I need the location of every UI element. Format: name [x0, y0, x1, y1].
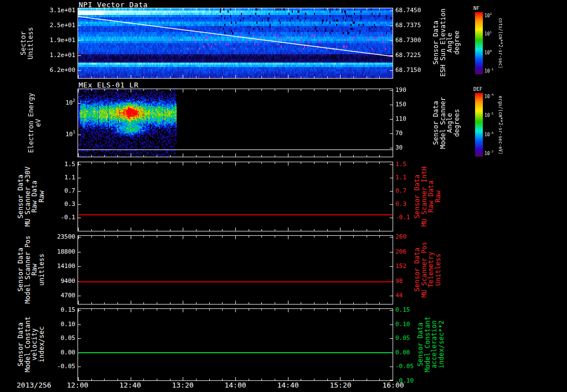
right-tick-label-els: 110 — [395, 116, 406, 122]
x-tick — [104, 302, 105, 304]
y-tick — [390, 178, 393, 178]
x-tick — [104, 309, 105, 311]
x-tick — [78, 236, 79, 239]
colorbar-tick-els: 10-4 — [484, 94, 493, 99]
right-tick-label-model-constant: 0.10 — [395, 321, 410, 328]
x-tick — [183, 377, 183, 380]
left-tick-label-npi: 3.1e+01 — [31, 7, 75, 14]
x-tick — [222, 229, 223, 231]
right-tick-label-els: 150 — [395, 101, 406, 108]
x-tick — [209, 76, 210, 78]
x-tick — [143, 76, 144, 78]
y-tick — [78, 178, 81, 178]
x-tick — [367, 309, 367, 311]
colorbar-unit-npi: cnts/(cm**2-sr-sec) — [497, 18, 504, 69]
x-tick — [170, 155, 171, 157]
x-tick — [209, 379, 210, 380]
x-tick — [379, 162, 380, 164]
x-tick — [301, 155, 301, 157]
axis-label-left-scanner-pos: Sensor DataModel Scanner PosRawunitless — [17, 236, 45, 304]
x-tick — [183, 236, 183, 239]
y-tick — [78, 204, 81, 205]
axis-label-left-npi: SectorUnitless — [20, 27, 34, 59]
y-tick — [390, 296, 393, 296]
x-tick — [261, 309, 262, 311]
y-tick — [78, 103, 81, 104]
x-tick — [301, 8, 301, 10]
right-tick-label-npi: 68.7375 — [395, 22, 421, 29]
x-tick — [379, 76, 380, 78]
x-tick — [117, 89, 118, 91]
x-tick — [183, 89, 183, 92]
right-tick-label-model-constant: 0.00 — [395, 349, 410, 356]
right-tick-label-model-constant: 0.15 — [395, 307, 410, 313]
x-tick — [353, 302, 354, 304]
x-tick — [91, 229, 92, 231]
x-axis-label: 12:40 — [119, 381, 141, 389]
x-tick — [367, 229, 367, 231]
x-tick — [117, 309, 118, 311]
x-tick — [353, 76, 354, 78]
x-tick — [170, 236, 171, 238]
colorbar-tick-npi: 101 — [484, 32, 492, 37]
x-tick — [196, 89, 197, 91]
data-line-scanner-pos — [79, 281, 392, 282]
axis-label-left-mu-30v-line: Sensor Data — [17, 174, 24, 218]
x-tick — [196, 8, 197, 10]
axis-label-left-scanner-pos-line: Raw — [31, 264, 38, 276]
x-tick — [131, 309, 131, 312]
x-tick — [275, 155, 275, 157]
axis-label-right-model-constant-line: index/sec**2 — [438, 321, 445, 369]
x-tick — [393, 236, 393, 239]
x-tick — [249, 155, 249, 157]
y-tick — [390, 133, 393, 134]
x-tick — [275, 8, 275, 10]
x-tick — [367, 162, 367, 164]
x-tick — [340, 228, 341, 231]
x-tick — [314, 89, 315, 91]
x-tick — [288, 301, 288, 304]
axis-label-left-els-line: eV — [34, 119, 42, 127]
x-tick — [91, 89, 92, 91]
x-tick — [379, 155, 380, 157]
x-tick — [327, 162, 328, 164]
right-tick-label-model-constant: -0.05 — [395, 363, 414, 370]
x-tick — [249, 236, 249, 238]
colorbar-unit-text-els: ergs/(cm**2-sr-sec-eV) — [497, 96, 504, 154]
x-tick — [222, 8, 223, 10]
x-tick — [340, 162, 341, 166]
y-tick — [78, 11, 81, 11]
x-tick — [104, 379, 105, 380]
x-tick — [143, 162, 144, 164]
y-tick — [390, 55, 393, 56]
x-tick — [143, 155, 144, 157]
x-axis-label: 14:00 — [224, 381, 246, 389]
x-tick — [104, 155, 105, 157]
axis-label-right-model-constant: Sensor DataModel Constantaccelerationind… — [417, 316, 445, 372]
panel-mu-30v — [78, 162, 393, 231]
x-tick — [261, 155, 262, 157]
x-tick — [353, 236, 354, 238]
y-tick — [390, 25, 393, 26]
right-tick-label-scanner-pos: 206 — [395, 249, 406, 255]
y-tick — [78, 266, 81, 267]
x-tick — [157, 76, 157, 78]
x-tick — [327, 236, 328, 238]
axis-label-left-mu-30v-line: Raw — [38, 190, 45, 203]
x-tick — [157, 379, 157, 380]
x-tick — [261, 302, 262, 304]
x-tick — [393, 228, 393, 231]
x-tick — [327, 155, 328, 157]
x-tick — [157, 302, 157, 304]
x-tick — [209, 302, 210, 304]
axis-label-right-npi-line: degree — [453, 30, 461, 54]
x-tick — [288, 8, 288, 12]
colorbar-tick-els: 10-7 — [484, 151, 493, 156]
x-tick — [209, 155, 210, 157]
x-tick — [117, 379, 118, 380]
colorbar-unit-text-npi: cnts/(cm**2-sr-sec) — [497, 18, 504, 69]
x-tick — [367, 8, 367, 10]
x-tick — [131, 236, 131, 239]
y-tick — [78, 55, 81, 56]
y-tick — [78, 70, 81, 71]
